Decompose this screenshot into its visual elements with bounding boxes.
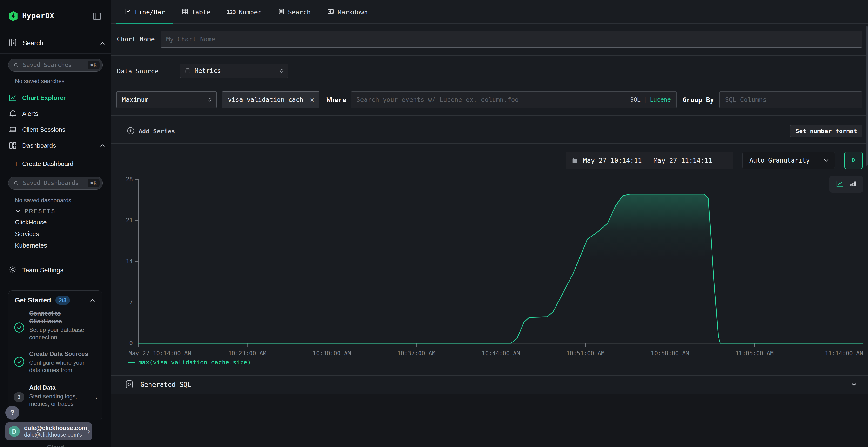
date-range-value: May 27 10:14:11 - May 27 11:14:11 xyxy=(583,157,712,164)
tab-search[interactable]: Search xyxy=(270,0,319,24)
main-content: Line/Bar Table 123 Number Search xyxy=(111,0,868,447)
tab-label: Search xyxy=(288,9,311,16)
chevron-down-icon[interactable] xyxy=(851,383,857,386)
arrow-right-icon: → xyxy=(91,393,99,401)
saved-searches-placeholder: Saved Searches xyxy=(23,62,72,68)
svg-text:10:51:00 AM: 10:51:00 AM xyxy=(566,350,605,357)
chart-name-input[interactable] xyxy=(161,31,862,48)
get-started-step[interactable]: Add Data Start sending logs, metrics, or… xyxy=(29,384,90,408)
dashboard-grid-icon xyxy=(8,141,18,150)
help-button[interactable]: ? xyxy=(5,406,19,419)
user-menu[interactable]: D dale@clickhouse.com dale@clickhouse.co… xyxy=(5,422,92,440)
chevron-up-icon[interactable] xyxy=(100,144,105,147)
avatar: D xyxy=(9,426,20,437)
123-icon: 123 xyxy=(227,9,236,15)
tab-label: Line/Bar xyxy=(135,9,165,16)
check-circle-icon xyxy=(14,356,25,368)
lucene-toggle[interactable]: Lucene xyxy=(650,96,671,103)
calendar-icon xyxy=(571,157,578,164)
create-dashboard-button[interactable]: + Create Dashboard xyxy=(14,157,73,171)
preset-item-kubernetes[interactable]: Kubernetes xyxy=(15,242,47,249)
saved-dashboards-input[interactable]: Saved Dashboards ⌘K xyxy=(8,176,103,190)
user-subtitle: dale@clickhouse.com's xyxy=(24,432,87,438)
collapse-sidebar-icon[interactable] xyxy=(92,11,102,22)
hyperdx-logo-icon xyxy=(8,10,18,22)
get-started-step[interactable]: Create Data Sources Configure where your… xyxy=(29,350,91,374)
svg-text:11:14:00 AM: 11:14:00 AM xyxy=(825,350,863,357)
where-input[interactable] xyxy=(351,91,677,108)
saved-searches-input[interactable]: Saved Searches ⌘K xyxy=(8,59,103,72)
tab-label: Markdown xyxy=(338,9,368,16)
sidebar: HyperDX Search Saved Searches ⌘K No save… xyxy=(0,0,111,447)
tab-label: Number xyxy=(239,9,261,16)
add-series-button[interactable]: Add Series xyxy=(127,123,175,140)
sidebar-item-label: Dashboards xyxy=(22,142,56,149)
sidebar-item-team-settings[interactable]: Team Settings xyxy=(8,264,63,277)
date-range-picker[interactable]: May 27 10:14:11 - May 27 11:14:11 xyxy=(566,152,734,169)
data-source-label: Data Source xyxy=(117,68,158,75)
chevron-right-icon: › xyxy=(87,426,90,437)
granularity-select[interactable]: Auto Granularity xyxy=(742,152,835,169)
svg-text:10:44:00 AM: 10:44:00 AM xyxy=(482,350,520,357)
presets-label: PRESETS xyxy=(25,208,56,215)
list-icon xyxy=(278,8,285,16)
preset-item-clickhouse[interactable]: ClickHouse xyxy=(15,219,47,226)
add-series-label: Add Series xyxy=(138,128,175,135)
sidebar-item-dashboards[interactable]: Dashboards xyxy=(0,139,111,152)
svg-text:10:23:00 AM: 10:23:00 AM xyxy=(228,350,267,357)
markdown-icon xyxy=(327,8,335,16)
group-by-input[interactable] xyxy=(719,91,862,108)
tab-line-bar[interactable]: Line/Bar xyxy=(117,0,173,24)
select-chevrons-icon xyxy=(279,68,284,73)
tab-number[interactable]: 123 Number xyxy=(219,0,270,24)
set-number-format-button[interactable]: Set number format xyxy=(790,125,863,137)
chart-legend: max(visa_validation_cache.size) xyxy=(128,358,251,366)
chevron-up-icon[interactable] xyxy=(90,299,95,303)
generated-sql-row[interactable]: Generated SQL xyxy=(111,375,868,393)
presets-header[interactable]: PRESETS xyxy=(16,208,56,215)
svg-text:10:58:00 AM: 10:58:00 AM xyxy=(651,350,689,357)
metric-tag[interactable]: visa_validation_cach × xyxy=(222,91,319,108)
step-subtitle: Configure where your data comes from xyxy=(29,359,91,374)
laptop-icon xyxy=(8,125,18,134)
divider xyxy=(111,115,868,115)
sql-toggle[interactable]: SQL xyxy=(630,96,641,103)
data-source-select[interactable]: Metrics xyxy=(180,64,288,78)
search-icon xyxy=(13,62,19,68)
preset-item-services[interactable]: Services xyxy=(15,230,39,238)
shortcut-badge: ⌘K xyxy=(88,61,100,69)
divider xyxy=(111,56,868,56)
toggle-separator: | xyxy=(644,96,647,103)
close-icon[interactable]: × xyxy=(310,95,314,104)
svg-text:10:37:00 AM: 10:37:00 AM xyxy=(397,350,435,357)
cutoff-text: Cloud xyxy=(47,444,64,447)
legend-swatch xyxy=(128,362,135,363)
get-started-step[interactable]: Connect to ClickHouse Set up your databa… xyxy=(29,309,90,341)
sidebar-item-chart-explorer[interactable]: Chart Explorer xyxy=(0,91,111,105)
sidebar-item-label: Chart Explorer xyxy=(22,94,66,102)
chevron-up-icon[interactable] xyxy=(100,41,105,46)
bell-icon xyxy=(8,109,18,118)
sidebar-section-search[interactable]: Search xyxy=(23,39,43,47)
check-circle-icon xyxy=(14,322,25,334)
tab-table[interactable]: Table xyxy=(173,0,218,24)
step-number-badge: 3 xyxy=(14,392,24,403)
get-started-panel: Get Started 2/3 Connect to ClickHouse Se… xyxy=(8,290,102,420)
user-email: dale@clickhouse.com xyxy=(24,424,87,432)
aggregation-value: Maximum xyxy=(122,96,149,103)
step-title: Add Data xyxy=(29,384,90,391)
select-chevrons-icon xyxy=(208,97,212,102)
brand-title: HyperDX xyxy=(22,11,54,20)
timeseries-chart[interactable]: 07142128May 27 10:14:00 AM10:23:00 AM10:… xyxy=(118,175,866,358)
scrollbar[interactable] xyxy=(866,26,868,166)
tab-markdown[interactable]: Markdown xyxy=(319,0,376,24)
run-query-button[interactable] xyxy=(844,152,863,169)
svg-text:10:30:00 AM: 10:30:00 AM xyxy=(313,350,351,357)
plus-icon: + xyxy=(14,160,18,168)
sidebar-item-alerts[interactable]: Alerts xyxy=(0,107,111,121)
code-icon xyxy=(125,379,133,389)
search-icon xyxy=(13,180,19,186)
aggregation-select[interactable]: Maximum xyxy=(117,91,217,108)
step-subtitle: Start sending logs, metrics, or traces xyxy=(29,392,90,408)
sidebar-item-client-sessions[interactable]: Client Sessions xyxy=(0,123,111,136)
